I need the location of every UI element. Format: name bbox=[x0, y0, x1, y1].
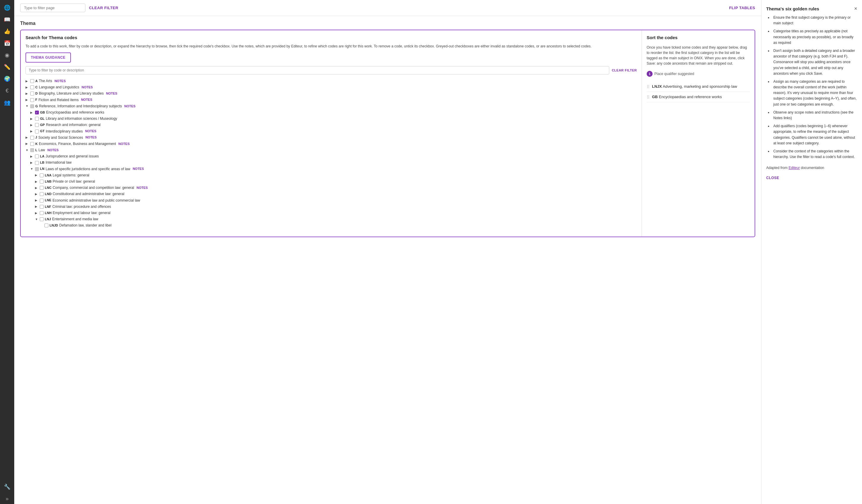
close-button[interactable]: CLOSE bbox=[766, 176, 779, 180]
notes-GT[interactable]: NOTES bbox=[85, 129, 96, 134]
editeur-link[interactable]: Editeur bbox=[788, 166, 800, 170]
expand-icon-GL[interactable]: ▶ bbox=[30, 117, 34, 121]
checkbox-LNA[interactable] bbox=[40, 173, 43, 177]
tree-item-LN[interactable]: ▼ LN Laws of specific jurisdictions and … bbox=[26, 166, 637, 172]
tree-item-LNF[interactable]: ▶ LNF Criminal law: procedure and offenc… bbox=[26, 204, 637, 210]
page-clear-filter-button[interactable]: CLEAR FILTER bbox=[89, 5, 118, 10]
notes-A[interactable]: NOTES bbox=[55, 79, 66, 84]
checkbox-LA[interactable] bbox=[35, 155, 39, 158]
checkbox-LN[interactable] bbox=[35, 167, 39, 171]
tree-item-C[interactable]: ▶ C Language and Linguistics NOTES bbox=[26, 84, 637, 90]
checkbox-J[interactable] bbox=[30, 136, 34, 140]
checkbox-LNE[interactable] bbox=[40, 199, 43, 202]
expand-icon-GT[interactable]: ▶ bbox=[30, 129, 34, 134]
checkbox-LB[interactable] bbox=[35, 161, 39, 165]
checkbox-F[interactable] bbox=[30, 98, 34, 102]
sidebar-edit-icon[interactable]: ✏️ bbox=[2, 62, 12, 72]
tree-item-F[interactable]: ▶ F Fiction and Related items NOTES bbox=[26, 97, 637, 103]
tree-item-LNE[interactable]: ▶ LNE Economic administrative law and pu… bbox=[26, 197, 637, 204]
sidebar-expand-icon[interactable]: » bbox=[2, 493, 12, 504]
notes-LN[interactable]: NOTES bbox=[133, 166, 144, 172]
checkbox-GL[interactable] bbox=[35, 117, 39, 121]
checkbox-LNJ[interactable] bbox=[40, 217, 43, 221]
drag-handle-GB[interactable]: ⠿ bbox=[646, 95, 650, 100]
expand-icon-LNE[interactable]: ▶ bbox=[35, 198, 39, 203]
tree-item-LA[interactable]: ▶ LA Jurisprudence and general issues bbox=[26, 153, 637, 159]
expand-icon-GP[interactable]: ▶ bbox=[30, 123, 34, 128]
notes-G[interactable]: NOTES bbox=[124, 104, 135, 109]
sortable-item-GB[interactable]: ⠿ GB Encyclopaedias and reference works bbox=[646, 92, 750, 102]
expand-icon-F[interactable]: ▶ bbox=[26, 97, 29, 102]
tree-item-GT[interactable]: ▶ GT Interdisciplinary studies NOTES bbox=[26, 128, 637, 135]
expand-icon-LNH[interactable]: ▶ bbox=[35, 211, 39, 215]
checkbox-A[interactable] bbox=[30, 79, 34, 83]
tree-item-LB[interactable]: ▶ LB International law bbox=[26, 159, 637, 166]
sidebar-globe-icon[interactable]: 🌐 bbox=[2, 2, 12, 13]
expand-icon-L[interactable]: ▼ bbox=[26, 148, 29, 153]
sidebar-globe2-icon[interactable]: 🌍 bbox=[2, 74, 12, 84]
drag-handle-LNJX[interactable]: ⠿ bbox=[646, 84, 650, 89]
tree-item-LNC[interactable]: ▶ LNC Company, commercial and competitio… bbox=[26, 185, 637, 191]
expand-icon-LNB[interactable]: ▶ bbox=[35, 180, 39, 184]
tree-item-GL[interactable]: ▶ GL Library and information sciences / … bbox=[26, 116, 637, 122]
expand-icon-LB[interactable]: ▶ bbox=[30, 160, 34, 165]
expand-icon-C[interactable]: ▶ bbox=[26, 85, 29, 90]
close-panel-button[interactable]: × bbox=[854, 6, 857, 11]
tree-item-LND[interactable]: ▶ LND Constitutional and administrative … bbox=[26, 191, 637, 197]
notes-LNC[interactable]: NOTES bbox=[136, 185, 148, 191]
code-clear-filter-button[interactable]: CLEAR FILTER bbox=[612, 68, 637, 72]
notes-J[interactable]: NOTES bbox=[86, 135, 97, 140]
expand-icon-GB[interactable]: ▶ bbox=[30, 110, 34, 115]
notes-L[interactable]: NOTES bbox=[48, 148, 59, 153]
expand-icon-A[interactable]: ▶ bbox=[26, 79, 29, 84]
checkbox-GT[interactable] bbox=[35, 130, 39, 133]
expand-icon-LNJ[interactable]: ▼ bbox=[35, 217, 39, 222]
checkbox-L[interactable] bbox=[30, 148, 34, 152]
sortable-item-LNJX[interactable]: ⠿ LNJX Advertising, marketing and sponso… bbox=[646, 81, 750, 92]
tree-item-GB[interactable]: ▶ GB Encyclopaedias and reference works bbox=[26, 109, 637, 116]
checkbox-LNB[interactable] bbox=[40, 180, 43, 184]
sidebar-calendar-icon[interactable]: 📅 bbox=[2, 38, 12, 49]
checkbox-LND[interactable] bbox=[40, 192, 43, 196]
page-filter-input[interactable] bbox=[20, 3, 86, 12]
tree-item-LNJD[interactable]: LNJD Defamation law, slander and libel bbox=[26, 222, 637, 229]
checkbox-LNJD[interactable] bbox=[44, 224, 48, 227]
code-filter-input[interactable] bbox=[26, 66, 609, 75]
sidebar-euro-icon[interactable]: € bbox=[2, 85, 12, 96]
expand-icon-LNF[interactable]: ▶ bbox=[35, 204, 39, 209]
expand-icon-J[interactable]: ▶ bbox=[26, 135, 29, 140]
expand-icon-LNC[interactable]: ▶ bbox=[35, 186, 39, 190]
checkbox-LNC[interactable] bbox=[40, 186, 43, 190]
checkbox-LNF[interactable] bbox=[40, 205, 43, 209]
tree-item-A[interactable]: ▶ A The Arts NOTES bbox=[26, 78, 637, 84]
checkbox-LNH[interactable] bbox=[40, 211, 43, 215]
notes-K[interactable]: NOTES bbox=[118, 142, 130, 147]
tree-item-LNH[interactable]: ▶ LNH Employment and labour law: general bbox=[26, 210, 637, 216]
tree-item-K[interactable]: ▶ K Economics, Finance, Business and Man… bbox=[26, 141, 637, 147]
notes-D[interactable]: NOTES bbox=[106, 91, 117, 96]
expand-icon-D[interactable]: ▶ bbox=[26, 91, 29, 96]
expand-icon-LND[interactable]: ▶ bbox=[35, 192, 39, 197]
expand-icon-LN[interactable]: ▼ bbox=[30, 167, 34, 171]
checkbox-G[interactable] bbox=[30, 104, 34, 108]
sidebar-circle-icon[interactable]: ◉ bbox=[2, 50, 12, 61]
checkbox-C[interactable] bbox=[30, 85, 34, 89]
checkbox-GB[interactable] bbox=[35, 110, 39, 115]
checkbox-D[interactable] bbox=[30, 92, 34, 95]
tree-item-L[interactable]: ▼ L Law NOTES bbox=[26, 147, 637, 153]
tree-item-LNA[interactable]: ▶ LNA Legal systems: general bbox=[26, 172, 637, 178]
tree-item-LNB[interactable]: ▶ LNB Private or civil law: general bbox=[26, 178, 637, 185]
expand-icon-K[interactable]: ▶ bbox=[26, 142, 29, 146]
sidebar-wrench-icon[interactable]: 🔧 bbox=[2, 481, 12, 492]
notes-C[interactable]: NOTES bbox=[81, 85, 93, 90]
tree-item-D[interactable]: ▶ D Biography, Literature and Literary s… bbox=[26, 90, 637, 97]
thema-guidance-button[interactable]: THEMA GUIDANCE bbox=[26, 52, 71, 63]
flip-tables-button[interactable]: FLIP TABLES bbox=[729, 5, 755, 10]
expand-icon-LA[interactable]: ▶ bbox=[30, 154, 34, 159]
sidebar-users-icon[interactable]: 👥 bbox=[2, 97, 12, 108]
notes-F[interactable]: NOTES bbox=[81, 97, 92, 103]
tree-item-G[interactable]: ▼ G Reference, Information and Interdisc… bbox=[26, 103, 637, 109]
checkbox-GP[interactable] bbox=[35, 123, 39, 127]
tree-item-J[interactable]: ▶ J Society and Social Sciences NOTES bbox=[26, 135, 637, 141]
expand-icon-LNA[interactable]: ▶ bbox=[35, 173, 39, 177]
